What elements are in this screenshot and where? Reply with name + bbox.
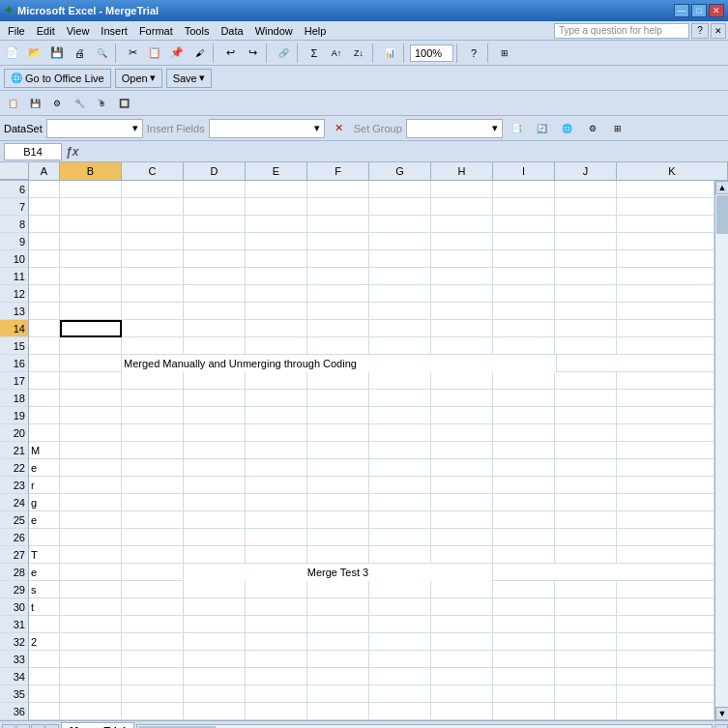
cell-b9[interactable] <box>60 233 122 250</box>
cell-b13[interactable] <box>60 303 122 320</box>
cell-j21[interactable] <box>555 442 617 459</box>
cell-h12[interactable] <box>431 285 493 303</box>
cell-f26[interactable] <box>307 529 369 546</box>
cell-a35[interactable] <box>29 685 60 703</box>
cell-k28[interactable] <box>493 564 714 581</box>
cell-h21[interactable] <box>431 442 493 459</box>
cell-i11[interactable] <box>493 268 555 285</box>
cell-g36[interactable] <box>369 703 431 720</box>
cell-j8[interactable] <box>555 216 617 233</box>
cell-f36[interactable] <box>307 703 369 720</box>
cell-d13[interactable] <box>184 303 246 320</box>
cell-b28[interactable] <box>60 564 122 581</box>
cell-i34[interactable] <box>493 668 555 685</box>
cell-g9[interactable] <box>369 233 431 250</box>
cell-a10[interactable] <box>29 250 60 268</box>
cell-e36[interactable] <box>246 703 307 720</box>
cell-d25[interactable] <box>184 511 246 529</box>
cell-h23[interactable] <box>431 477 493 494</box>
cell-f35[interactable] <box>307 685 369 703</box>
minimize-button[interactable]: — <box>674 4 689 17</box>
vertical-scrollbar[interactable]: ▲ ▼ <box>714 181 728 720</box>
cell-h18[interactable] <box>431 390 493 407</box>
xml-icon-2[interactable]: 🔄 <box>532 118 553 139</box>
cell-i24[interactable] <box>493 494 555 511</box>
cell-h27[interactable] <box>431 546 493 564</box>
cell-k27[interactable] <box>617 546 714 564</box>
cell-a17[interactable] <box>29 372 60 390</box>
cell-h29[interactable] <box>431 581 493 598</box>
cell-d9[interactable] <box>184 233 246 250</box>
cell-i25[interactable] <box>493 511 555 529</box>
col-header-j[interactable]: J <box>555 162 617 180</box>
col-header-g[interactable]: G <box>369 162 431 180</box>
cell-c8[interactable] <box>122 216 184 233</box>
cell-f6[interactable] <box>307 181 369 198</box>
cell-g23[interactable] <box>369 477 431 494</box>
cell-i18[interactable] <box>493 390 555 407</box>
cell-a36[interactable] <box>29 703 60 720</box>
sheet-first-btn[interactable]: |◂ <box>2 724 15 729</box>
cell-e31[interactable] <box>246 616 307 633</box>
cell-f17[interactable] <box>307 372 369 390</box>
cell-e7[interactable] <box>246 198 307 216</box>
cell-b22[interactable] <box>60 459 122 477</box>
cell-f7[interactable] <box>307 198 369 216</box>
cell-h35[interactable] <box>431 685 493 703</box>
cell-k26[interactable] <box>617 529 714 546</box>
cell-f29[interactable] <box>307 581 369 598</box>
cell-j9[interactable] <box>555 233 617 250</box>
cell-c20[interactable] <box>122 424 184 442</box>
cell-j6[interactable] <box>555 181 617 198</box>
cell-b15[interactable] <box>60 337 122 355</box>
cell-c28[interactable] <box>122 564 184 581</box>
redo-button[interactable]: ↪ <box>242 43 263 64</box>
formula-input[interactable] <box>82 143 724 160</box>
xml-icon-3[interactable]: 🌐 <box>557 118 578 139</box>
cell-e30[interactable] <box>246 598 307 616</box>
cell-f9[interactable] <box>307 233 369 250</box>
cell-f21[interactable] <box>307 442 369 459</box>
cell-f14[interactable] <box>307 320 369 337</box>
cell-h11[interactable] <box>431 268 493 285</box>
cell-b6[interactable] <box>60 181 122 198</box>
cell-f10[interactable] <box>307 250 369 268</box>
cell-a8[interactable] <box>29 216 60 233</box>
cell-f30[interactable] <box>307 598 369 616</box>
cell-h8[interactable] <box>431 216 493 233</box>
cell-a28[interactable]: e <box>29 564 60 581</box>
cell-k17[interactable] <box>617 372 714 390</box>
cell-j24[interactable] <box>555 494 617 511</box>
cell-g30[interactable] <box>369 598 431 616</box>
cell-c6[interactable] <box>122 181 184 198</box>
cell-k16[interactable] <box>557 355 714 372</box>
menu-insert[interactable]: Insert <box>95 24 133 38</box>
help-icon[interactable]: ? <box>463 43 484 64</box>
cell-c9[interactable] <box>122 233 184 250</box>
cell-d23[interactable] <box>184 477 246 494</box>
open-button[interactable]: 📂 <box>24 43 45 64</box>
cell-a16[interactable] <box>29 355 60 372</box>
sheet-prev-btn[interactable]: ◂ <box>16 724 30 729</box>
format-tb-1[interactable]: 📋 <box>2 93 23 114</box>
format-painter-button[interactable]: 🖌 <box>189 43 210 64</box>
cell-j20[interactable] <box>555 424 617 442</box>
cell-f25[interactable] <box>307 511 369 529</box>
paste-button[interactable]: 📌 <box>166 43 188 64</box>
cell-j18[interactable] <box>555 390 617 407</box>
menu-view[interactable]: View <box>61 24 96 38</box>
cell-i29[interactable] <box>493 581 555 598</box>
cell-i21[interactable] <box>493 442 555 459</box>
cell-k36[interactable] <box>617 703 714 720</box>
cell-i22[interactable] <box>493 459 555 477</box>
new-button[interactable]: 📄 <box>2 43 23 64</box>
cell-a26[interactable] <box>29 529 60 546</box>
cell-a11[interactable] <box>29 268 60 285</box>
cell-k14[interactable] <box>617 320 714 337</box>
zoom-dropdown[interactable]: 100% <box>410 44 453 62</box>
cell-j23[interactable] <box>555 477 617 494</box>
col-header-f[interactable]: F <box>307 162 369 180</box>
cell-h26[interactable] <box>431 529 493 546</box>
cell-h22[interactable] <box>431 459 493 477</box>
cell-g6[interactable] <box>369 181 431 198</box>
